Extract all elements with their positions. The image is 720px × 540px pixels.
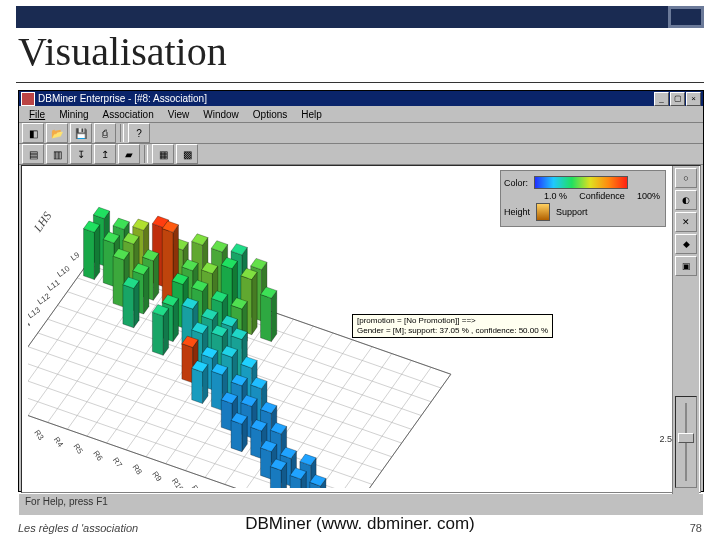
svg-text:R9: R9 bbox=[150, 470, 163, 483]
dock-btn-2[interactable]: ◐ bbox=[675, 190, 697, 210]
svg-marker-72 bbox=[84, 229, 95, 280]
svg-marker-177 bbox=[192, 368, 203, 403]
slide-title-rule bbox=[16, 82, 704, 83]
footer-left: Les règles d 'association bbox=[18, 522, 138, 534]
svg-marker-147 bbox=[261, 294, 272, 341]
toolbar-divider bbox=[144, 145, 148, 163]
svg-marker-93 bbox=[113, 256, 124, 307]
svg-marker-146 bbox=[271, 291, 276, 342]
toolbar-divider bbox=[120, 124, 124, 142]
menu-association[interactable]: Association bbox=[97, 109, 160, 120]
dock-btn-3[interactable]: ✕ bbox=[675, 212, 697, 232]
svg-text:L13: L13 bbox=[28, 305, 42, 320]
legend-panel: Color: 1.0 % Confidence 100% Height Supp… bbox=[500, 170, 666, 227]
legend-height-icon bbox=[536, 203, 550, 221]
slider-thumb[interactable] bbox=[678, 433, 694, 443]
rule-tooltip: [promotion = [No Promotion]] ==> Gender … bbox=[352, 314, 553, 338]
svg-text:R8: R8 bbox=[131, 463, 144, 477]
tool-flag2-icon[interactable]: ▥ bbox=[46, 144, 68, 164]
slide-title: Visualisation bbox=[18, 28, 227, 75]
right-dock: ○ ◐ ✕ ◆ ▣ bbox=[672, 166, 699, 494]
svg-text:R6: R6 bbox=[91, 449, 104, 463]
threshold-slider[interactable] bbox=[675, 396, 697, 488]
svg-marker-201 bbox=[231, 420, 242, 451]
menu-mining[interactable]: Mining bbox=[53, 109, 94, 120]
tool-sort-asc-icon[interactable]: ↧ bbox=[70, 144, 92, 164]
dock-btn-1[interactable]: ○ bbox=[675, 168, 697, 188]
toolbar-open-icon[interactable]: 📂 bbox=[46, 123, 68, 143]
legend-height-label: Height bbox=[504, 207, 530, 217]
page-number: 78 bbox=[690, 522, 702, 534]
svg-line-32 bbox=[343, 374, 451, 488]
svg-marker-143 bbox=[163, 308, 168, 355]
svg-text:L11: L11 bbox=[46, 278, 62, 293]
svg-line-16 bbox=[303, 360, 411, 488]
close-button[interactable]: × bbox=[686, 92, 701, 106]
tooltip-line2: Gender = [M]; support: 37.05 % , confide… bbox=[357, 326, 548, 336]
slide-footer: Les règles d 'association DBMiner (www. … bbox=[18, 522, 702, 534]
svg-marker-89 bbox=[153, 253, 158, 300]
svg-text:R7: R7 bbox=[111, 456, 124, 469]
menu-window[interactable]: Window bbox=[197, 109, 245, 120]
svg-text:L12: L12 bbox=[36, 292, 52, 307]
tool-palette-icon[interactable]: ▰ bbox=[118, 144, 140, 164]
svg-text:R10: R10 bbox=[170, 477, 186, 488]
toolbar-help-icon[interactable]: ? bbox=[128, 123, 150, 143]
svg-marker-71 bbox=[94, 225, 99, 280]
svg-text:R5: R5 bbox=[72, 442, 85, 456]
dock-btn-4[interactable]: ◆ bbox=[675, 234, 697, 254]
app-icon bbox=[21, 92, 35, 106]
svg-marker-210 bbox=[261, 448, 272, 479]
legend-spectrum bbox=[534, 176, 628, 189]
dbminer-window: DBMiner Enterprise - [#8: Association] _… bbox=[18, 90, 704, 492]
legend-spectrum-right: 100% bbox=[637, 191, 660, 201]
legend-height-value: Support bbox=[556, 207, 588, 217]
legend-spectrum-left: 1.0 % bbox=[544, 191, 567, 201]
svg-marker-165 bbox=[182, 344, 193, 383]
toolbar-app-icon[interactable]: ◧ bbox=[22, 123, 44, 143]
tool-grid-a-icon[interactable]: ▦ bbox=[152, 144, 174, 164]
window-title: DBMiner Enterprise - [#8: Association] bbox=[38, 93, 207, 104]
svg-text:R11: R11 bbox=[190, 483, 206, 488]
svg-text:L10: L10 bbox=[56, 264, 72, 279]
minimize-button[interactable]: _ bbox=[654, 92, 669, 106]
titlebar[interactable]: DBMiner Enterprise - [#8: Association] _… bbox=[19, 91, 703, 106]
legend-color-label: Color: bbox=[504, 178, 528, 188]
svg-marker-204 bbox=[251, 427, 262, 458]
menu-help[interactable]: Help bbox=[295, 109, 328, 120]
svg-text:R3: R3 bbox=[32, 428, 45, 442]
svg-text:LHS: LHS bbox=[30, 209, 54, 235]
menu-view[interactable]: View bbox=[162, 109, 196, 120]
svg-marker-101 bbox=[144, 267, 149, 314]
tool-sort-desc-icon[interactable]: ↥ bbox=[94, 144, 116, 164]
svg-text:L9: L9 bbox=[69, 250, 81, 262]
svg-marker-111 bbox=[123, 285, 134, 328]
legend-spectrum-mid: Confidence bbox=[579, 191, 625, 201]
main-toolbar: ◧ 📂 💾 ⎙ ? bbox=[19, 123, 703, 144]
svg-text:R4: R4 bbox=[52, 435, 65, 449]
toolbar-print-icon[interactable]: ⎙ bbox=[94, 123, 116, 143]
tooltip-line1: [promotion = [No Promotion]] ==> bbox=[357, 316, 548, 326]
tool-grid-b-icon[interactable]: ▩ bbox=[176, 144, 198, 164]
svg-text:L14: L14 bbox=[28, 319, 33, 334]
maximize-button[interactable]: ▢ bbox=[670, 92, 685, 106]
toolbar-save-icon[interactable]: 💾 bbox=[70, 123, 92, 143]
menu-file[interactable]: File bbox=[23, 109, 51, 120]
tool-flag1-icon[interactable]: ▤ bbox=[22, 144, 44, 164]
slide-top-stripe bbox=[16, 6, 704, 28]
slider-label: 2.5 bbox=[659, 434, 672, 444]
svg-marker-78 bbox=[103, 239, 114, 286]
svg-marker-192 bbox=[221, 400, 232, 431]
svg-marker-144 bbox=[152, 312, 163, 355]
client-area: R1R2R3R4R5R6R7R8R9R10R11R12R13R14R15R16R… bbox=[21, 165, 701, 493]
menubar: File Mining Association View Window Opti… bbox=[19, 106, 703, 123]
menu-options[interactable]: Options bbox=[247, 109, 293, 120]
status-text: For Help, press F1 bbox=[25, 496, 108, 507]
svg-marker-183 bbox=[211, 371, 222, 410]
footer-center: DBMiner (www. dbminer. com) bbox=[245, 514, 475, 534]
secondary-toolbar: ▤ ▥ ↧ ↥ ▰ ▦ ▩ bbox=[19, 144, 703, 165]
dock-btn-5[interactable]: ▣ bbox=[675, 256, 697, 276]
status-bar: For Help, press F1 bbox=[19, 493, 703, 515]
svg-marker-134 bbox=[252, 272, 257, 335]
svg-line-18 bbox=[343, 374, 451, 488]
